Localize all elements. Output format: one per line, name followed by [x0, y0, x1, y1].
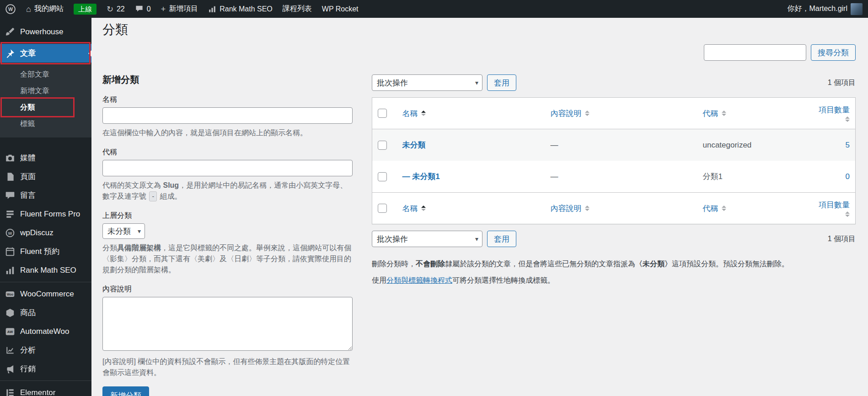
- submenu-item-new-post[interactable]: 新增文章: [0, 83, 91, 99]
- items-count: 1 個項目: [828, 78, 856, 88]
- submenu-item-all-posts[interactable]: 全部文章: [0, 66, 91, 83]
- sort-description-header[interactable]: 內容說明: [551, 203, 589, 214]
- sort-count-header[interactable]: 項目數量: [819, 200, 850, 217]
- category-slug: uncategorized: [697, 129, 803, 161]
- sort-slug-header[interactable]: 代稱: [703, 108, 726, 119]
- sort-name-header[interactable]: 名稱: [402, 108, 426, 119]
- sidebar-item-elementor[interactable]: Elementor: [0, 383, 91, 396]
- parent-category-select[interactable]: 未分類: [102, 223, 145, 239]
- category-count-link[interactable]: 5: [846, 141, 850, 149]
- plus-icon: +: [161, 5, 166, 13]
- sort-slug-header[interactable]: 代稱: [703, 203, 726, 214]
- sidebar-item-pages[interactable]: 頁面: [0, 167, 91, 186]
- sidebar-item-label: WooCommerce: [20, 290, 74, 299]
- apply-button[interactable]: 套用: [487, 231, 516, 247]
- rank-math-menu[interactable]: Rank Math SEO: [203, 0, 278, 18]
- brush-icon: [5, 26, 16, 37]
- category-description: —: [545, 161, 697, 193]
- admin-menu: Powerhouse 文章 全部文章 新增文章 分類 標籤 媒體 頁面: [0, 18, 91, 396]
- sort-description-header[interactable]: 內容說明: [551, 108, 589, 119]
- sidebar-item-woocommerce[interactable]: Woo WooCommerce: [0, 285, 91, 303]
- sidebar-item-label: Rank Math SEO: [20, 266, 76, 275]
- category-name-link[interactable]: — 未分類1: [402, 172, 440, 181]
- form-rows-icon: [5, 209, 16, 220]
- bulk-action-select[interactable]: 批次操作: [372, 231, 482, 247]
- sort-arrows-icon: [722, 206, 726, 211]
- categories-table: 名稱 內容說明 代稱 項目數量 未分類 — uncategorized 5: [372, 97, 856, 224]
- sidebar-item-powerhouse[interactable]: Powerhouse: [0, 22, 91, 41]
- select-all-checkbox[interactable]: [378, 204, 387, 213]
- bar-chart-icon: [5, 265, 16, 276]
- online-status-badge: 上線: [74, 4, 96, 15]
- sidebar-item-label: 留言: [20, 190, 36, 201]
- elementor-icon: [5, 387, 16, 396]
- submenu-item-tags[interactable]: 標籤: [0, 116, 91, 132]
- wordpress-menu[interactable]: W: [0, 0, 21, 18]
- category-slug: 分類1: [697, 161, 803, 193]
- submenu-item-categories[interactable]: 分類: [0, 99, 91, 116]
- sort-count-header[interactable]: 項目數量: [819, 105, 850, 122]
- sidebar-item-label: 行銷: [20, 364, 36, 374]
- site-status-menu[interactable]: 上線: [69, 0, 102, 18]
- select-all-checkbox[interactable]: [378, 109, 387, 118]
- site-name-menu[interactable]: ⌂ 我的網站: [21, 0, 69, 18]
- sidebar-item-comments[interactable]: 留言: [0, 186, 91, 205]
- sort-arrows-icon: [585, 111, 589, 116]
- sidebar-item-fluent-booking[interactable]: Fluent 預約: [0, 242, 91, 261]
- sidebar-item-label: Fluent Forms Pro: [20, 210, 80, 219]
- category-count-link[interactable]: 0: [846, 172, 850, 181]
- name-input[interactable]: [102, 107, 353, 124]
- account-menu[interactable]: 你好，Martech.girl: [787, 3, 863, 15]
- sidebar-item-posts[interactable]: 文章: [0, 44, 91, 63]
- line-chart-icon: [5, 345, 16, 356]
- parent-category-field: 上層分類 未分類 分類具備階層架構，這是它與標籤的不同之處。舉例來說，這個網站可…: [102, 211, 353, 275]
- hyphen-key: -: [149, 191, 157, 201]
- description-textarea[interactable]: [102, 297, 353, 351]
- sort-arrows-icon: [722, 111, 726, 116]
- wp-rocket-menu[interactable]: WP Rocket: [317, 0, 364, 18]
- sidebar-item-analytics[interactable]: 分析: [0, 341, 91, 359]
- search-input[interactable]: [704, 44, 806, 61]
- slug-help: 代稱的英文原文為 Slug，是用於網址中的易記名稱，通常由小寫英文字母、數字及連…: [102, 180, 353, 202]
- slug-field: 代稱 代稱的英文原文為 Slug，是用於網址中的易記名稱，通常由小寫英文字母、數…: [102, 148, 353, 202]
- row-checkbox[interactable]: [378, 172, 387, 181]
- items-count: 1 個項目: [828, 234, 856, 244]
- sidebar-item-products[interactable]: 商品: [0, 303, 91, 322]
- course-list-menu[interactable]: 課程列表: [278, 0, 317, 18]
- add-category-button[interactable]: 新增分類: [102, 386, 149, 396]
- table-notes: 刪除分類時，不會刪除隸屬於該分類的文章，但是會將這些已無分類的文章指派為〈未分類…: [372, 258, 856, 286]
- sidebar-item-wpdiscuz[interactable]: W wpDiscuz: [0, 223, 91, 242]
- greeting-text: 你好，Martech.girl: [787, 4, 847, 14]
- home-icon: ⌂: [26, 5, 31, 13]
- sidebar-item-marketing[interactable]: 行銷: [0, 359, 91, 378]
- converter-link[interactable]: 分類與標籤轉換程式: [386, 276, 452, 284]
- sidebar-item-automatewoo[interactable]: AW AutomateWoo: [0, 322, 91, 341]
- apply-button[interactable]: 套用: [487, 74, 516, 91]
- sort-arrows-icon: [421, 206, 426, 211]
- sidebar-item-media[interactable]: 媒體: [0, 148, 91, 167]
- sort-name-header[interactable]: 名稱: [402, 203, 426, 214]
- sidebar-item-label: 媒體: [20, 153, 36, 163]
- admin-bar: W ⌂ 我的網站 上線 ↻ 22 0 + 新增項目 Rank Math SEO …: [0, 0, 868, 18]
- parent-category-label: 上層分類: [102, 211, 353, 221]
- main-content: 分類 搜尋分類 新增分類 名稱 在這個欄位中輸入的內容，就是這個項目在網站上的顯…: [91, 0, 868, 396]
- svg-text:Woo: Woo: [7, 292, 13, 296]
- category-name-link[interactable]: 未分類: [402, 141, 426, 149]
- rank-math-label: Rank Math SEO: [220, 5, 273, 13]
- sidebar-item-label: wpDiscuz: [20, 228, 54, 238]
- updates-menu[interactable]: ↻ 22: [102, 0, 130, 18]
- bulk-action-select[interactable]: 批次操作: [372, 74, 482, 91]
- slug-input[interactable]: [102, 160, 353, 176]
- svg-text:AW: AW: [7, 330, 13, 334]
- svg-text:W: W: [8, 6, 13, 12]
- new-item-menu[interactable]: + 新增項目: [156, 0, 204, 18]
- category-description: —: [545, 129, 697, 161]
- search-categories-button[interactable]: 搜尋分類: [811, 44, 856, 61]
- speech-bubble-icon: [5, 190, 16, 201]
- sidebar-item-fluent-forms[interactable]: Fluent Forms Pro: [0, 205, 91, 223]
- comments-menu[interactable]: 0: [130, 0, 156, 18]
- sidebar-item-label: 頁面: [20, 171, 36, 182]
- sidebar-item-rank-math[interactable]: Rank Math SEO: [0, 261, 91, 280]
- row-checkbox[interactable]: [378, 141, 387, 150]
- delete-note: 刪除分類時，不會刪除隸屬於該分類的文章，但是會將這些已無分類的文章指派為〈未分類…: [372, 258, 856, 270]
